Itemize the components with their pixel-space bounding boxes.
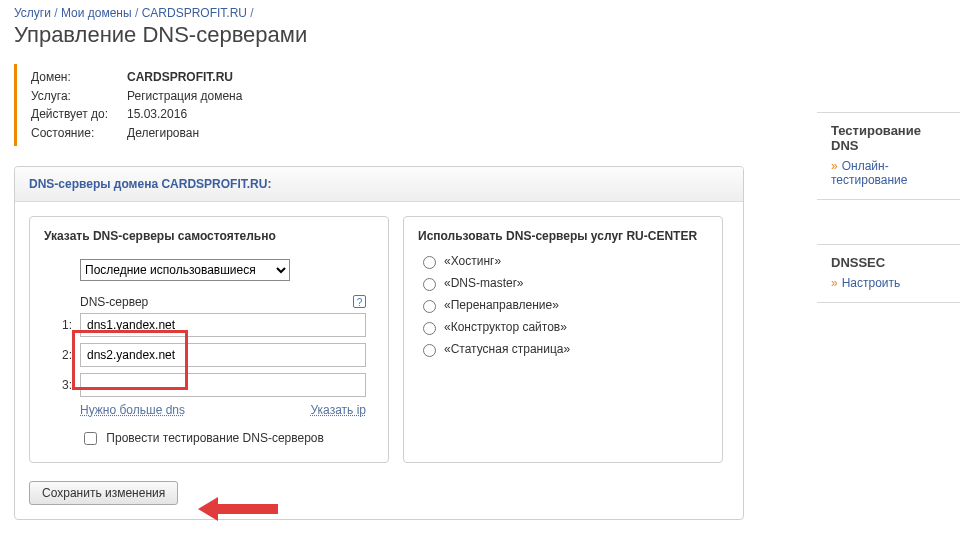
svc-hosting-radio[interactable] <box>423 256 436 269</box>
dns-row-num-3: 3: <box>50 378 72 392</box>
test-dns-checkbox[interactable] <box>84 432 97 445</box>
dns-input-2[interactable] <box>80 343 366 367</box>
need-more-dns-link[interactable]: Нужно больше dns <box>80 403 185 417</box>
info-domain-value: CARDSPROFIT.RU <box>127 68 233 87</box>
svc-statuspage-label: «Статусная страница» <box>444 342 570 356</box>
manual-dns-panel: Указать DNS-серверы самостоятельно После… <box>29 216 389 463</box>
raquo-icon: » <box>831 276 838 290</box>
dns-history-select[interactable]: Последние использовавшиеся <box>80 259 290 281</box>
dns-row-num-2: 2: <box>50 348 72 362</box>
sidebar-dns-test: Тестирование DNS »Онлайн-тестирование <box>817 112 960 200</box>
breadcrumb-services[interactable]: Услуги <box>14 6 51 20</box>
info-service-label: Услуга: <box>31 87 127 106</box>
breadcrumb: Услуги / Мои домены / CARDSPROFIT.RU / <box>14 6 766 20</box>
breadcrumb-my-domains[interactable]: Мои домены <box>61 6 132 20</box>
specify-ip-link[interactable]: Указать ip <box>311 403 366 417</box>
info-until-value: 15.03.2016 <box>127 105 187 124</box>
dns-box: DNS-серверы домена CARDSPROFIT.RU: Указа… <box>14 166 744 520</box>
dns-row-num-1: 1: <box>50 318 72 332</box>
svc-dnsmaster-radio[interactable] <box>423 278 436 291</box>
online-test-link[interactable]: Онлайн-тестирование <box>831 159 908 187</box>
rucenter-dns-panel: Использовать DNS-серверы услуг RU-CENTER… <box>403 216 723 463</box>
svc-dnsmaster-label: «DNS-master» <box>444 276 523 290</box>
breadcrumb-domain[interactable]: CARDSPROFIT.RU <box>142 6 247 20</box>
test-dns-label: Провести тестирование DNS-серверов <box>106 431 324 445</box>
rucenter-dns-title: Использовать DNS-серверы услуг RU-CENTER <box>418 229 708 243</box>
help-icon[interactable]: ? <box>353 295 366 308</box>
info-service-value: Регистрация домена <box>127 87 242 106</box>
dns-box-header: DNS-серверы домена CARDSPROFIT.RU: <box>15 167 743 202</box>
raquo-icon: » <box>831 159 838 173</box>
manual-dns-title: Указать DNS-серверы самостоятельно <box>44 229 374 243</box>
dns-input-1[interactable] <box>80 313 366 337</box>
info-state-value: Делегирован <box>127 124 199 143</box>
info-until-label: Действует до: <box>31 105 127 124</box>
sidebar-dnssec: DNSSEC »Настроить <box>817 244 960 303</box>
dnssec-configure-link[interactable]: Настроить <box>842 276 901 290</box>
info-state-label: Состояние: <box>31 124 127 143</box>
dns-server-label: DNS-сервер <box>80 295 148 309</box>
domain-info: Домен: CARDSPROFIT.RU Услуга: Регистраци… <box>14 64 766 146</box>
dns-input-3[interactable] <box>80 373 366 397</box>
save-button[interactable]: Сохранить изменения <box>29 481 178 505</box>
svc-redirect-label: «Перенаправление» <box>444 298 559 312</box>
svc-hosting-label: «Хостинг» <box>444 254 501 268</box>
page-title: Управление DNS-серверами <box>14 22 766 48</box>
svc-statuspage-radio[interactable] <box>423 344 436 357</box>
svc-builder-radio[interactable] <box>423 322 436 335</box>
info-domain-label: Домен: <box>31 68 127 87</box>
sidebar-dnssec-title: DNSSEC <box>831 255 950 270</box>
sidebar-dns-test-title: Тестирование DNS <box>831 123 950 153</box>
svc-redirect-radio[interactable] <box>423 300 436 313</box>
svc-builder-label: «Конструктор сайтов» <box>444 320 567 334</box>
